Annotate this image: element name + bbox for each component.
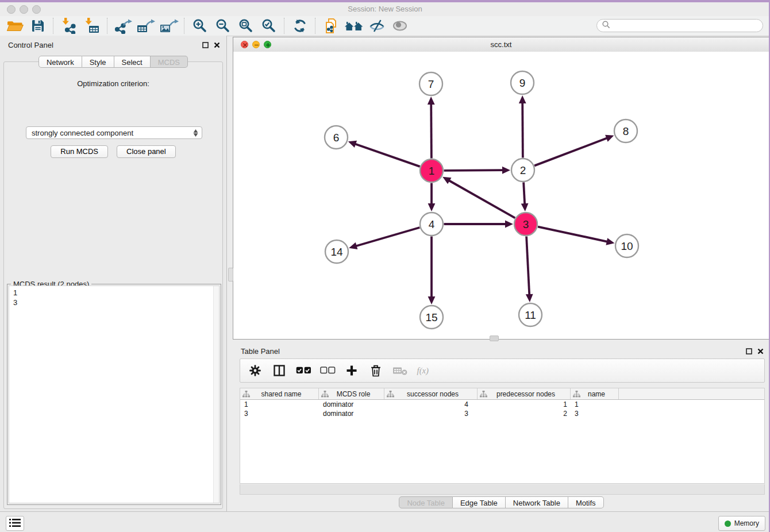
edge-arrowhead (428, 97, 435, 105)
column-label: MCDS role (329, 390, 384, 398)
run-mcds-button[interactable]: Run MCDS (51, 145, 108, 158)
window-titlebar: Session: New Session (0, 2, 770, 17)
table-scroll-strip[interactable] (240, 484, 765, 495)
add-button[interactable] (344, 362, 360, 379)
main-toolbar (0, 16, 770, 36)
edge-3-1[interactable] (449, 180, 515, 218)
import-network-button[interactable] (57, 17, 80, 34)
control-panel: Control Panel NetworkStyleSelectMCDS Opt… (0, 36, 227, 511)
apply-layout-button[interactable] (288, 17, 311, 34)
import-table-button[interactable] (80, 17, 103, 34)
task-history-button[interactable] (6, 516, 24, 531)
save-session-button[interactable] (26, 17, 49, 34)
tab-mcds[interactable]: MCDS (151, 56, 188, 68)
cell-successor-nodes: 4 (384, 400, 478, 409)
list-icon (9, 518, 21, 529)
tab-style[interactable]: Style (82, 56, 114, 68)
delete-table-button[interactable] (392, 362, 408, 379)
table-panel-title: Table Panel (241, 347, 280, 356)
tab-node-table[interactable]: Node Table (399, 496, 453, 508)
deselect-all-button[interactable] (319, 362, 336, 379)
cell-MCDS-role: dominator (319, 400, 384, 409)
edge-2-3[interactable] (523, 182, 525, 205)
control-panel-tabs: NetworkStyleSelectMCDS (0, 56, 226, 68)
select-all-button[interactable] (295, 362, 311, 379)
close-panel-button[interactable]: Close panel (117, 145, 176, 158)
zoom-fit-button[interactable] (234, 17, 257, 34)
close-panel-icon[interactable] (213, 41, 221, 49)
column-header-successor-nodes[interactable]: successor nodes (384, 388, 478, 399)
edge-1-2[interactable] (444, 170, 503, 171)
cell-shared-name: 3 (240, 409, 319, 418)
cell-name: 3 (571, 409, 619, 418)
table-panel: Table Panel f(x) shared nameMCDS rolesuc… (233, 342, 770, 511)
graph-node-label: 9 (519, 77, 526, 89)
table-tabs: Node TableEdge TableNetwork TableMotifs (233, 496, 770, 508)
memory-button[interactable]: Memory (718, 516, 765, 531)
float-table-panel-icon[interactable] (745, 347, 753, 355)
graph-node-label: 10 (621, 240, 633, 252)
gear-button[interactable] (247, 362, 263, 379)
node-table[interactable]: shared nameMCDS rolesuccessor nodesprede… (240, 388, 765, 484)
table-row[interactable]: 1dominator411 (240, 400, 764, 409)
column-header-predecessor-nodes[interactable]: predecessor nodes (478, 388, 571, 399)
search-input[interactable] (596, 19, 763, 32)
table-row[interactable]: 3dominator323 (240, 409, 764, 418)
network-window-titlebar[interactable]: scc.txt (233, 37, 769, 52)
column-header-name[interactable]: name (571, 388, 619, 399)
mcds-result-textarea[interactable]: 13 (9, 286, 220, 503)
close-table-panel-icon[interactable] (756, 347, 764, 355)
column-header-MCDS-role[interactable]: MCDS role (319, 388, 384, 399)
edge-arrowhead (519, 95, 526, 103)
result-scrollbar[interactable] (213, 286, 219, 503)
tab-select[interactable]: Select (114, 56, 151, 68)
search-text[interactable] (611, 20, 763, 32)
export-image-button[interactable] (157, 17, 180, 34)
column-header-shared-name[interactable]: shared name (240, 388, 319, 399)
memory-status-icon (725, 521, 731, 527)
network-window-title: scc.txt (233, 40, 769, 49)
first-neighbors-button[interactable] (342, 17, 365, 34)
hide-selected-button[interactable] (365, 17, 388, 34)
tab-network[interactable]: Network (38, 56, 82, 68)
export-network-button[interactable] (111, 17, 134, 34)
tab-network-table[interactable]: Network Table (506, 496, 568, 508)
columns-button[interactable] (271, 362, 287, 379)
tab-motifs[interactable]: Motifs (568, 496, 604, 508)
horizontal-splitter-grip[interactable] (490, 336, 499, 341)
criterion-dropdown[interactable]: strongly connected component (26, 126, 202, 139)
show-all-button[interactable] (388, 17, 411, 34)
open-session-button[interactable] (3, 17, 26, 34)
edge-2-8[interactable] (534, 138, 607, 165)
edge-arrowhead (606, 238, 614, 245)
zoom-out-button[interactable] (211, 17, 234, 34)
node-table-header: shared nameMCDS rolesuccessor nodesprede… (240, 388, 764, 400)
column-type-icon (321, 391, 329, 398)
column-label: shared name (250, 390, 318, 398)
memory-label: Memory (734, 519, 759, 527)
edge-arrowhead (428, 296, 436, 304)
network-canvas[interactable]: 7968124314101511 (233, 52, 769, 339)
edge-4-14[interactable] (356, 228, 420, 246)
float-panel-icon[interactable] (201, 41, 209, 49)
zoom-selected-button[interactable] (257, 17, 280, 34)
result-line: 3 (13, 298, 219, 307)
toolbar-separator (53, 18, 54, 34)
graph-node-label: 6 (333, 132, 340, 144)
dropdown-stepper-icon (193, 129, 198, 137)
function-button[interactable]: f(x) (416, 362, 432, 379)
edge-1-6[interactable] (355, 144, 420, 167)
edge-1-7[interactable] (431, 103, 432, 159)
vertical-splitter-grip[interactable] (228, 268, 233, 282)
edge-3-10[interactable] (538, 227, 608, 242)
graph-node-label: 1 (429, 165, 435, 177)
edge-2-9[interactable] (522, 102, 523, 158)
delete-button[interactable] (368, 362, 384, 379)
network-graph[interactable]: 7968124314101511 (233, 52, 769, 339)
export-table-button[interactable] (134, 17, 157, 34)
edge-arrowhead (505, 221, 513, 228)
copy-network-button[interactable] (319, 17, 342, 34)
tab-edge-table[interactable]: Edge Table (453, 496, 506, 508)
edge-3-11[interactable] (526, 236, 529, 295)
zoom-in-button[interactable] (188, 17, 211, 34)
